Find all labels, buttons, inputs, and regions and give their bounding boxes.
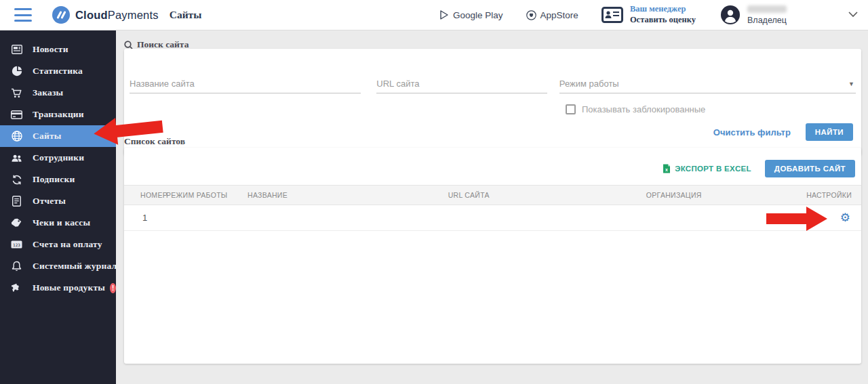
sites-list-card: x ЭКСПОРТ В EXCEL ДОБАВИТЬ САЙТ НОМЕР РЕ… (124, 148, 861, 364)
search-filter-card: Режим работы ▼ Показывать заблокированны… (124, 49, 861, 155)
user-name-redacted (747, 5, 787, 13)
show-blocked-checkbox[interactable] (566, 104, 576, 114)
site-name-input[interactable] (130, 76, 361, 93)
sidebar-item-receipts[interactable]: Чеки и кассы (0, 212, 116, 234)
svg-text:x: x (665, 167, 668, 172)
tag-icon (11, 217, 22, 229)
menu-hamburger-icon[interactable] (14, 8, 32, 22)
new-products-badge: ! (110, 283, 116, 293)
col-work-mode: РЕЖИМ РАБОТЫ (166, 191, 248, 199)
manager-label: Ваш менеджер (630, 4, 696, 15)
account-block[interactable]: Владелец (720, 5, 787, 25)
select-arrow-icon: ▼ (848, 81, 854, 87)
newspaper-icon (11, 44, 22, 56)
page-title: Сайты (170, 9, 202, 21)
sidebar-item-employees[interactable]: Сотрудники (0, 147, 116, 169)
globe-icon (11, 131, 22, 142)
appstore-icon (526, 10, 536, 20)
sites-section-title: Список сайтов (124, 136, 185, 147)
sidebar-nav: Новости Статистика Заказы Транзакции Сай… (0, 30, 116, 384)
svg-text:123: 123 (13, 242, 20, 247)
col-settings: НАСТРОЙКИ (776, 191, 861, 199)
bell-icon (11, 261, 22, 272)
sidebar-item-transactions[interactable]: Транзакции (0, 104, 116, 125)
add-site-button[interactable]: ДОБАВИТЬ САЙТ (765, 160, 855, 177)
col-name: НАЗВАНИЕ (248, 191, 366, 199)
top-header: CloudPayments Сайты Google Play AppStore (0, 0, 868, 30)
user-role: Владелец (747, 16, 787, 25)
sidebar-item-statistics[interactable]: Статистика (0, 60, 116, 82)
logo-icon (52, 6, 70, 24)
manager-card-icon (601, 7, 623, 23)
manager-block[interactable]: Ваш менеджер Оставить оценку (601, 4, 696, 25)
clear-filter-link[interactable]: Очистить фильтр (713, 127, 791, 137)
find-button[interactable]: НАЙТИ (806, 123, 853, 141)
google-play-icon (440, 10, 449, 20)
sidebar-item-news[interactable]: Новости (0, 39, 116, 60)
sidebar-item-reports[interactable]: Отчеты (0, 190, 116, 212)
sidebar-item-new-products[interactable]: Новые продукты ! (0, 277, 116, 299)
document-icon (11, 196, 22, 207)
puzzle-icon (11, 282, 22, 294)
row-number: 1 (124, 213, 166, 223)
sidebar-item-subscriptions[interactable]: Подписки (0, 169, 116, 190)
sidebar-item-orders[interactable]: Заказы (0, 82, 116, 104)
appstore-link[interactable]: AppStore (526, 10, 578, 20)
sidebar-item-system-log[interactable]: Системный журнал (0, 255, 116, 277)
sidebar-item-invoices[interactable]: 123 Счета на оплату (0, 234, 116, 255)
export-excel-button[interactable]: x ЭКСПОРТ В EXCEL (663, 164, 751, 173)
credit-card-icon (11, 109, 22, 121)
pie-chart-icon (11, 66, 22, 77)
table-row[interactable]: 1 ⚙ (124, 205, 861, 231)
cloudpayments-logo[interactable]: CloudPayments (52, 6, 159, 24)
excel-file-icon: x (663, 164, 671, 173)
col-organization: ОРГАНИЗАЦИЯ (572, 191, 777, 199)
main-content: Поиск сайта Режим работы ▼ Показывать за… (116, 30, 868, 384)
logo-text: CloudPayments (75, 9, 159, 22)
show-blocked-label: Показывать заблокированные (582, 104, 705, 114)
cart-icon (11, 87, 22, 99)
leave-review-link[interactable]: Оставить оценку (630, 15, 696, 26)
invoice-icon: 123 (11, 239, 22, 251)
sidebar-item-sites[interactable]: Сайты (0, 125, 116, 147)
site-url-input[interactable] (376, 76, 547, 93)
people-icon (11, 152, 22, 164)
col-url: URL САЙТА (366, 191, 572, 199)
work-mode-select[interactable]: Режим работы ▼ (559, 76, 856, 93)
col-number: НОМЕР (124, 191, 166, 199)
site-settings-gear-icon[interactable]: ⚙ (840, 211, 850, 224)
avatar-icon (720, 5, 741, 25)
table-header-row: НОМЕР РЕЖИМ РАБОТЫ НАЗВАНИЕ URL САЙТА ОР… (124, 185, 861, 205)
chevron-down-icon[interactable] (848, 11, 859, 18)
search-icon (124, 41, 133, 49)
refresh-icon (11, 174, 22, 186)
google-play-link[interactable]: Google Play (440, 10, 503, 20)
